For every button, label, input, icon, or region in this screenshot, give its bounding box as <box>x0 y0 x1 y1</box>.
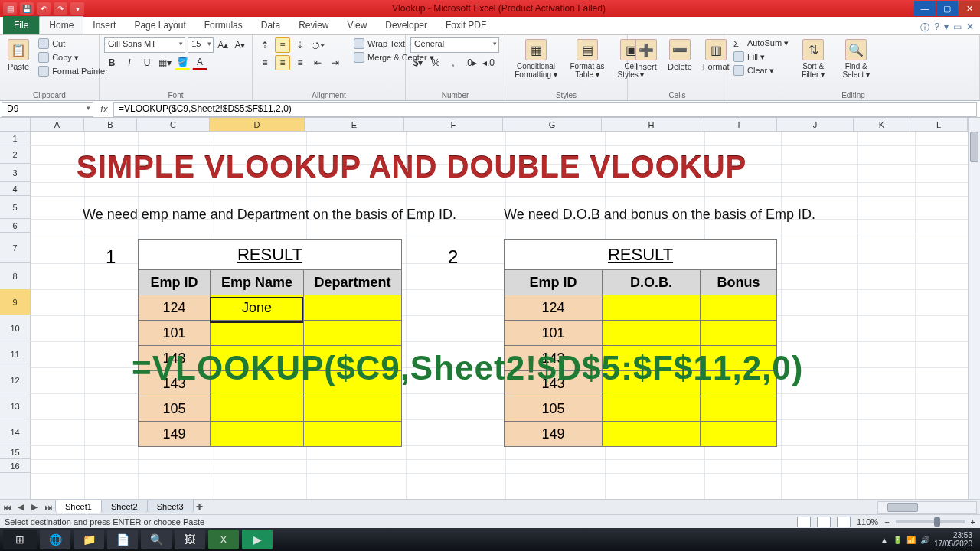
decrease-font-button[interactable]: A▾ <box>233 37 247 53</box>
tray-icon[interactable]: 📶 <box>906 536 916 544</box>
sheet-nav-first[interactable]: ⏮ <box>0 503 14 512</box>
vertical-scrollbar[interactable] <box>968 118 980 499</box>
tab-page-layout[interactable]: Page Layout <box>125 16 194 34</box>
tab-insert[interactable]: Insert <box>83 16 125 34</box>
fill-color-button[interactable]: 🪣 <box>175 55 190 70</box>
cut-button[interactable]: Cut <box>37 37 109 50</box>
clear-button[interactable]: Clear ▾ <box>732 64 790 77</box>
row-headers[interactable]: 12345678910111213141516 <box>0 132 31 499</box>
conditional-formatting-button[interactable]: ▦Conditional Formatting ▾ <box>510 37 562 80</box>
sort-filter-button[interactable]: ⇅Sort & Filter ▾ <box>795 37 831 80</box>
underline-button[interactable]: U <box>139 55 155 70</box>
tab-formulas[interactable]: Formulas <box>195 16 252 34</box>
col-header-I[interactable]: I <box>701 118 778 131</box>
cell-d9[interactable]: Jone <box>211 295 304 321</box>
row-header-10[interactable]: 10 <box>0 315 30 341</box>
indent-inc-button[interactable]: ⇥ <box>328 55 343 70</box>
tab-developer[interactable]: Developer <box>376 16 436 34</box>
tab-home[interactable]: Home <box>39 16 83 34</box>
ribbon-min-icon[interactable]: ⓘ <box>920 21 929 34</box>
col-header-H[interactable]: H <box>602 118 701 131</box>
fx-icon[interactable]: fx <box>95 104 113 115</box>
orientation-button[interactable]: ⭯▾ <box>310 37 325 53</box>
formula-input[interactable]: =VLOOKUP($C9,Sheet2!$D$5:$F$11,2,0) <box>113 102 977 117</box>
indent-dec-button[interactable]: ⇤ <box>310 55 325 70</box>
row-header-5[interactable]: 5 <box>0 196 30 219</box>
select-all-corner[interactable] <box>0 118 31 132</box>
tab-view[interactable]: View <box>338 16 377 34</box>
find-select-button[interactable]: 🔍Find & Select ▾ <box>836 37 876 80</box>
increase-font-button[interactable]: A▴ <box>216 37 230 53</box>
col-header-D[interactable]: D <box>210 118 305 131</box>
sheet-nav-next[interactable]: ▶ <box>28 502 41 512</box>
task-app-2[interactable]: 📁 <box>74 530 104 549</box>
autosum-button[interactable]: Σ AutoSum ▾ <box>732 37 790 49</box>
row-header-9[interactable]: 9 <box>0 289 30 315</box>
row-header-4[interactable]: 4 <box>0 182 30 196</box>
fill-button[interactable]: Fill ▾ <box>732 51 790 63</box>
help-icon[interactable]: ? <box>934 21 939 34</box>
col-header-J[interactable]: J <box>777 118 854 131</box>
col-header-K[interactable]: K <box>854 118 911 131</box>
number-format-combo[interactable]: General <box>410 37 499 53</box>
tray-icon[interactable]: 🔋 <box>893 536 902 544</box>
task-app-3[interactable]: 📄 <box>107 530 138 549</box>
col-header-C[interactable]: C <box>137 118 210 131</box>
align-left-button[interactable]: ≡ <box>257 55 273 70</box>
border-button[interactable]: ▦▾ <box>157 55 172 70</box>
window-restore-icon[interactable]: ▭ <box>953 21 962 34</box>
zoom-slider[interactable] <box>896 520 965 523</box>
row-header-14[interactable]: 14 <box>0 419 30 445</box>
format-as-table-button[interactable]: ▤Format as Table ▾ <box>567 37 608 80</box>
sheet-nav-prev[interactable]: ◀ <box>14 502 28 512</box>
row-header-8[interactable]: 8 <box>0 263 30 289</box>
task-app-5[interactable]: 🖼 <box>175 530 205 549</box>
tab-foxit-pdf[interactable]: Foxit PDF <box>436 16 495 34</box>
ribbon-collapse-icon[interactable]: ▾ <box>944 21 949 34</box>
row-header-13[interactable]: 13 <box>0 393 30 419</box>
row-header-15[interactable]: 15 <box>0 445 30 459</box>
column-headers[interactable]: ABCDEFGHIJKL <box>31 118 968 132</box>
italic-button[interactable]: I <box>122 55 137 70</box>
delete-cells-button[interactable]: ➖Delete <box>665 37 695 73</box>
align-top-button[interactable]: ⇡ <box>257 37 273 53</box>
row-header-3[interactable]: 3 <box>0 164 30 182</box>
maximize-button[interactable]: ▢ <box>936 1 958 16</box>
taskbar-clock[interactable]: 23:53 17/05/2020 <box>934 531 972 548</box>
qat-more-icon[interactable]: ▾ <box>70 2 84 15</box>
row-header-6[interactable]: 6 <box>0 219 30 233</box>
row-header-7[interactable]: 7 <box>0 233 30 263</box>
sheet-tab-3[interactable]: Sheet3 <box>147 500 194 513</box>
view-pagebreak-button[interactable] <box>837 517 851 527</box>
comma-button[interactable]: , <box>446 55 461 70</box>
col-header-F[interactable]: F <box>404 118 503 131</box>
font-name-combo[interactable]: Gill Sans MT <box>104 37 185 53</box>
tray-icon[interactable]: ▲ <box>880 536 888 544</box>
zoom-thumb[interactable] <box>934 517 940 527</box>
task-app-1[interactable]: 🌐 <box>40 530 70 549</box>
file-tab[interactable]: File <box>3 16 39 34</box>
percent-button[interactable]: % <box>428 55 443 70</box>
align-center-button[interactable]: ≡ <box>275 55 290 70</box>
worksheet[interactable]: ABCDEFGHIJKL 12345678910111213141516 SIM… <box>0 118 980 499</box>
col-header-B[interactable]: B <box>84 118 138 131</box>
row-header-1[interactable]: 1 <box>0 132 30 145</box>
decrease-decimal-button[interactable]: ◂.0 <box>481 55 496 70</box>
paste-button[interactable]: 📋 Paste <box>5 37 32 73</box>
align-middle-button[interactable]: ≡ <box>275 37 290 53</box>
redo-icon[interactable]: ↷ <box>54 2 67 15</box>
col-header-L[interactable]: L <box>910 118 968 131</box>
start-button[interactable]: ⊞ <box>3 530 37 549</box>
minimize-button[interactable]: — <box>914 1 936 16</box>
horizontal-scrollbar[interactable] <box>877 501 977 514</box>
task-excel[interactable]: X <box>208 530 239 549</box>
insert-cells-button[interactable]: ➕Insert <box>632 37 660 73</box>
increase-decimal-button[interactable]: .0▸ <box>463 55 479 70</box>
format-painter-button[interactable]: Format Painter <box>37 65 109 77</box>
font-size-combo[interactable]: 15 <box>188 37 213 53</box>
row-header-12[interactable]: 12 <box>0 367 30 393</box>
col-header-E[interactable]: E <box>305 118 403 131</box>
zoom-out-button[interactable]: − <box>884 517 889 527</box>
copy-button[interactable]: Copy ▾ <box>37 51 109 64</box>
align-bottom-button[interactable]: ⇣ <box>292 37 308 53</box>
